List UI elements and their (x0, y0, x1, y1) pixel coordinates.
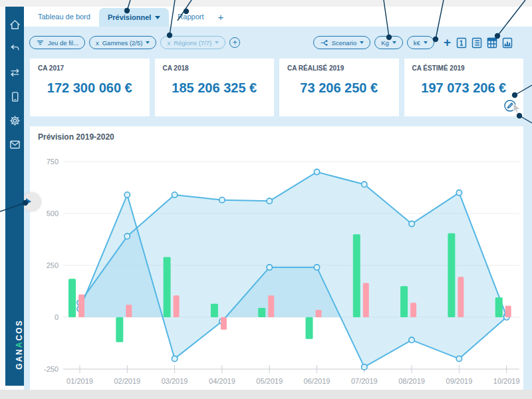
table-widget-button[interactable] (487, 37, 498, 49)
bar-barres-roses[interactable] (174, 295, 180, 317)
bar-barres-roses[interactable] (221, 317, 227, 330)
kpi-card-ca-estime-2019[interactable]: CA ÉSTIMÉ 2019 197 073 206 € (404, 59, 524, 116)
bar-barres-vertes[interactable] (116, 317, 123, 342)
bar-barres-vertes[interactable] (164, 257, 171, 317)
tab-tableau-de-bord[interactable]: Tableau de bord (29, 7, 99, 27)
chart-panel: Prévision 2019-2020 7505002500-25001/201… (30, 126, 523, 390)
undo-icon (9, 43, 21, 55)
chevron-down-icon (215, 41, 219, 44)
sidebar-mail-button[interactable] (7, 137, 22, 152)
regions-filter-pill[interactable]: x Régions (7/7) (160, 36, 225, 49)
kpi-card-label: CA RÉALISÉ 2019 (279, 59, 399, 72)
gear-icon (9, 114, 21, 127)
sidebar-undo-button[interactable] (7, 41, 22, 56)
bar-barres-roses[interactable] (268, 295, 274, 317)
scenario-label: Scenario (332, 39, 357, 47)
sidebar-device-button[interactable] (7, 89, 22, 104)
data-point-marker[interactable] (314, 265, 319, 270)
bar-barres-roses[interactable] (458, 277, 464, 317)
data-point-marker[interactable] (362, 182, 367, 187)
bar-barres-roses[interactable] (410, 303, 416, 317)
sidebar-home-button[interactable] (7, 17, 22, 32)
kpi-card-ca-realise-2019[interactable]: CA RÉALISÉ 2019 73 206 250 € (279, 59, 399, 116)
chart-widget-button[interactable] (502, 37, 513, 49)
add-filter-button[interactable]: + (229, 37, 240, 48)
kpi-card-value: 172 300 060 € (30, 80, 150, 96)
plus-icon: + (444, 35, 451, 49)
data-point-marker[interactable] (267, 265, 272, 270)
gammes-filter-pill[interactable]: x Gammes (2/5) (89, 36, 156, 49)
mail-icon (9, 138, 21, 151)
y-axis-label: -250 (44, 365, 59, 373)
data-point-marker[interactable] (409, 221, 414, 226)
bar-barres-vertes[interactable] (68, 279, 76, 317)
x-axis-label: 05/2019 (256, 377, 283, 385)
add-tab-button[interactable]: + (212, 7, 229, 27)
bar-barres-roses[interactable] (316, 310, 322, 317)
brand-letter: A (15, 355, 24, 362)
bar-barres-roses[interactable] (363, 283, 369, 317)
tab-previsionnel[interactable]: Prévisionnel (99, 8, 169, 27)
unit-label: k€ (414, 39, 420, 47)
sidebar-settings-button[interactable] (7, 113, 22, 128)
data-point-marker[interactable] (409, 337, 414, 342)
x-axis-label: 07/2019 (351, 377, 378, 385)
bar-chart-widget-icon (502, 37, 513, 49)
data-point-marker[interactable] (362, 364, 367, 370)
list-widget-button[interactable] (471, 37, 483, 49)
bar-barres-vertes[interactable] (353, 234, 360, 317)
x-axis-label: 09/2019 (446, 377, 473, 385)
scenario-button[interactable]: Scenario (313, 36, 371, 49)
data-point-marker[interactable] (456, 356, 462, 361)
brand-letter: A (15, 340, 24, 348)
tab-label: Tableau de bord (38, 13, 90, 21)
tab-label: Prévisionnel (108, 13, 151, 21)
x-axis-label: 06/2019 (304, 377, 331, 385)
sidebar-transfer-button[interactable] (7, 65, 22, 80)
data-point-marker[interactable] (219, 198, 225, 203)
kpi-widget-button[interactable] (456, 37, 467, 49)
chevron-down-icon (424, 41, 428, 44)
unit-label: Kg (381, 39, 389, 47)
data-point-marker[interactable] (314, 169, 319, 174)
tab-rapport[interactable]: Rapport (169, 7, 212, 27)
data-point-marker[interactable] (172, 356, 177, 361)
unit-keur-toggle[interactable]: k€ (407, 36, 434, 49)
brand-letter: S (15, 319, 24, 326)
x-axis-label: 01/2019 (66, 377, 93, 385)
bar-barres-vertes[interactable] (306, 317, 313, 339)
window-left-strip (0, 7, 5, 390)
brand-letter: N (15, 348, 24, 355)
bar-barres-roses[interactable] (505, 306, 511, 317)
data-point-marker[interactable] (124, 233, 130, 239)
kpi-card-ca-2018[interactable]: CA 2018 185 206 325 € (155, 59, 275, 116)
sidebar-collapse-handle[interactable] (22, 192, 41, 211)
kpi-card-label: CA ÉSTIMÉ 2019 (404, 59, 524, 72)
x-axis-label: 02/2019 (114, 377, 140, 385)
data-point-marker[interactable] (124, 192, 130, 198)
app-window: GANACOS Tableau de bord Prévisionnel Rap… (0, 0, 532, 399)
data-point-marker[interactable] (172, 192, 177, 198)
horizontal-scrollbar[interactable] (0, 390, 532, 399)
kpi-number-widget-icon (456, 37, 467, 49)
x-axis-label: 10/2019 (493, 377, 520, 385)
bar-barres-vertes[interactable] (211, 304, 218, 317)
data-point-marker[interactable] (456, 190, 462, 196)
data-point-marker[interactable] (267, 198, 272, 203)
unit-kg-toggle[interactable]: Kg (374, 36, 403, 49)
kpi-card-ca-2017[interactable]: CA 2017 172 300 060 € (30, 59, 150, 116)
filter-pill-label: Jeu de fil... (48, 39, 78, 47)
bar-barres-roses[interactable] (78, 295, 84, 317)
bar-barres-vertes[interactable] (448, 233, 455, 317)
bar-barres-roses[interactable] (126, 305, 132, 317)
clear-filter-icon[interactable]: x (96, 39, 99, 47)
dataset-filter-pill[interactable]: Jeu de fil... (29, 36, 85, 49)
add-widget-button[interactable]: + (442, 35, 452, 50)
bar-barres-vertes[interactable] (495, 297, 503, 317)
bar-barres-vertes[interactable] (258, 308, 265, 317)
edit-icon[interactable] (503, 99, 517, 112)
kpi-card-value: 73 206 250 € (279, 80, 399, 96)
mobile-device-icon (9, 90, 21, 103)
clear-filter-icon[interactable]: x (167, 39, 170, 47)
bar-barres-vertes[interactable] (400, 286, 408, 317)
